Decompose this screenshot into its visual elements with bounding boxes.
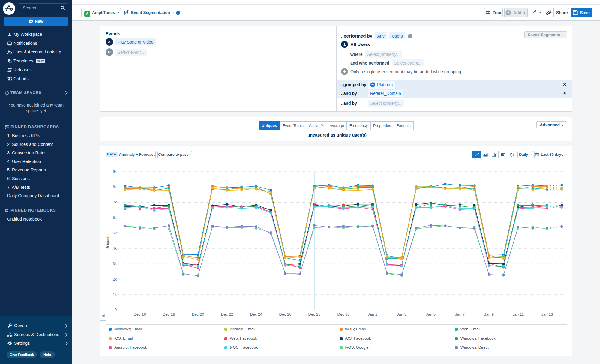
svg-text:8k: 8k — [113, 185, 117, 189]
svg-text:Dec 20: Dec 20 — [192, 312, 204, 317]
svg-text:4k: 4k — [113, 246, 117, 251]
svg-text:Dec 30: Dec 30 — [337, 312, 350, 317]
svg-text:2k: 2k — [113, 277, 117, 281]
svg-text:7k: 7k — [113, 200, 117, 204]
svg-text:Dec 22: Dec 22 — [221, 312, 233, 317]
svg-text:3k: 3k — [113, 262, 117, 266]
svg-text:Dec 28: Dec 28 — [308, 312, 320, 317]
svg-text:Jan 7: Jan 7 — [455, 312, 465, 317]
svg-text:0: 0 — [115, 308, 117, 312]
svg-text:Uniques: Uniques — [106, 236, 110, 250]
svg-text:Jan 9: Jan 9 — [484, 312, 494, 317]
svg-text:Dec 24: Dec 24 — [250, 312, 262, 317]
svg-text:Jan 13: Jan 13 — [541, 312, 553, 317]
svg-text:Jan 1: Jan 1 — [368, 312, 377, 317]
svg-text:5k: 5k — [113, 231, 117, 235]
svg-text:1k: 1k — [113, 293, 117, 297]
svg-text:Jan 11: Jan 11 — [512, 312, 524, 317]
svg-text:Dec 18: Dec 18 — [163, 312, 175, 317]
svg-text:Dec 26: Dec 26 — [279, 312, 291, 317]
svg-text:Dec 16: Dec 16 — [134, 312, 146, 317]
svg-text:Jan 3: Jan 3 — [397, 312, 406, 317]
svg-text:6k: 6k — [113, 216, 117, 220]
svg-text:9k: 9k — [113, 170, 117, 174]
svg-text:Jan 5: Jan 5 — [426, 312, 436, 317]
